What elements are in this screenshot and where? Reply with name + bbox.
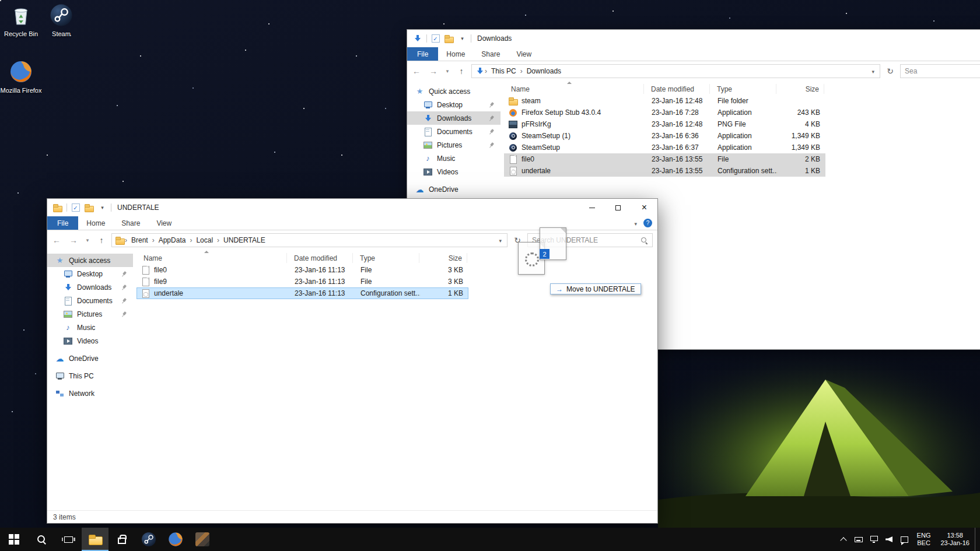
help-icon[interactable] bbox=[643, 219, 652, 227]
sidebar-item-videos[interactable]: Videos bbox=[407, 165, 501, 178]
view-tab[interactable]: View bbox=[148, 216, 180, 230]
desktop-icon-firefox[interactable]: Mozilla Firefox bbox=[0, 60, 43, 94]
home-tab[interactable]: Home bbox=[438, 47, 473, 61]
file-tab[interactable]: File bbox=[407, 47, 438, 61]
sidebar-item-pictures[interactable]: Pictures bbox=[407, 138, 501, 152]
search-input[interactable]: Search UNDERTALE bbox=[527, 233, 653, 247]
sidebar-item-quick-access[interactable]: Quick access bbox=[47, 254, 133, 267]
forward-button[interactable] bbox=[66, 233, 80, 247]
music-note-icon bbox=[423, 154, 433, 163]
sidebar-item-onedrive[interactable]: OneDrive bbox=[407, 183, 501, 196]
sidebar-item-downloads[interactable]: Downloads bbox=[407, 111, 501, 125]
column-header-type[interactable]: Type bbox=[710, 84, 776, 94]
file-row[interactable]: SteamSetup 23-Jan-16 6:37 Application 1,… bbox=[504, 142, 825, 153]
desktop-icon-recycle-bin[interactable]: Recycle Bin bbox=[0, 3, 43, 38]
file-row[interactable]: steam 23-Jan-16 12:48 File folder bbox=[504, 95, 825, 107]
address-box[interactable]: This PC Downloads bbox=[471, 64, 880, 78]
sidebar-item-music[interactable]: Music bbox=[407, 152, 501, 165]
share-tab[interactable]: Share bbox=[473, 47, 508, 61]
tray-action-center-button[interactable] bbox=[897, 528, 912, 551]
column-header-date-modified[interactable]: Date modified bbox=[644, 84, 710, 94]
sidebar-item-network[interactable]: Network bbox=[47, 387, 133, 400]
new-folder-qat-icon[interactable] bbox=[444, 34, 454, 43]
file-row[interactable]: file9 23-Jan-16 11:13 File 3 KB bbox=[136, 276, 468, 287]
column-header-size[interactable]: Size bbox=[419, 253, 467, 263]
desktop-icon-steam[interactable]: Steam bbox=[39, 3, 83, 38]
firefox-taskbar-button[interactable] bbox=[162, 528, 189, 551]
file-modified: 23-Jan-16 11:13 bbox=[288, 265, 354, 275]
sidebar-item-this-pc[interactable]: This PC bbox=[47, 369, 133, 382]
back-button[interactable] bbox=[410, 64, 424, 78]
store-button[interactable] bbox=[108, 528, 135, 551]
file-row[interactable]: file0 23-Jan-16 11:13 File 3 KB bbox=[136, 264, 468, 276]
breadcrumb-item[interactable]: Local bbox=[192, 236, 217, 244]
sidebar-item-documents[interactable]: Documents bbox=[47, 294, 133, 307]
properties-qat-icon[interactable] bbox=[431, 34, 440, 43]
view-tab[interactable]: View bbox=[508, 47, 540, 61]
customize-qat-chevron-down-icon[interactable] bbox=[458, 34, 467, 43]
close-button[interactable] bbox=[631, 199, 657, 216]
breadcrumb-item[interactable]: This PC bbox=[487, 67, 520, 75]
tray-expand-button[interactable] bbox=[836, 528, 851, 551]
refresh-icon[interactable] bbox=[883, 64, 897, 78]
column-header-size[interactable]: Size bbox=[776, 84, 824, 94]
title-bar[interactable]: Downloads bbox=[407, 30, 980, 47]
new-folder-qat-icon[interactable] bbox=[84, 203, 94, 212]
column-header-date-modified[interactable]: Date modified bbox=[287, 253, 353, 263]
home-tab[interactable]: Home bbox=[78, 216, 113, 230]
start-button[interactable] bbox=[0, 528, 28, 551]
minimize-button[interactable] bbox=[579, 199, 605, 216]
sidebar-item-pictures[interactable]: Pictures bbox=[47, 307, 133, 321]
sidebar-item-quick-access[interactable]: Quick access bbox=[407, 85, 501, 98]
breadcrumb-item[interactable]: Brent bbox=[127, 236, 152, 244]
back-button[interactable] bbox=[50, 233, 64, 247]
breadcrumb-item[interactable]: Downloads bbox=[523, 67, 565, 75]
up-button[interactable] bbox=[454, 64, 468, 78]
breadcrumb-item[interactable]: UNDERTALE bbox=[219, 236, 270, 244]
file-tab[interactable]: File bbox=[47, 216, 78, 230]
file-row-selected[interactable]: file0 23-Jan-16 13:55 File 2 KB bbox=[504, 153, 825, 165]
sidebar-item-documents[interactable]: Documents bbox=[407, 125, 501, 138]
language-indicator[interactable]: ENG BEC bbox=[912, 532, 936, 547]
share-tab[interactable]: Share bbox=[113, 216, 148, 230]
tray-keyboard-button[interactable] bbox=[852, 528, 866, 551]
customize-qat-chevron-down-icon[interactable] bbox=[98, 203, 107, 212]
sidebar-item-downloads[interactable]: Downloads bbox=[47, 280, 133, 294]
address-dropdown-chevron-icon[interactable] bbox=[868, 67, 878, 75]
file-row[interactable]: Firefox Setup Stub 43.0.4 23-Jan-16 7:28… bbox=[504, 107, 825, 118]
ribbon-collapse-icon[interactable] bbox=[634, 219, 637, 227]
forward-button[interactable] bbox=[426, 64, 440, 78]
taskbar-search-button[interactable] bbox=[28, 528, 55, 551]
tray-network-button[interactable] bbox=[867, 528, 881, 551]
file-row[interactable]: SteamSetup (1) 23-Jan-16 6:36 Applicatio… bbox=[504, 130, 825, 142]
recent-locations-chevron-icon[interactable] bbox=[443, 64, 452, 78]
pinned-app-button[interactable] bbox=[189, 528, 216, 551]
properties-qat-icon[interactable] bbox=[71, 203, 80, 212]
column-header-name[interactable]: Name bbox=[504, 84, 644, 94]
file-row[interactable]: pFRsIrKg 23-Jan-16 12:48 PNG File 4 KB bbox=[504, 118, 825, 130]
column-header-type[interactable]: Type bbox=[353, 253, 419, 263]
show-desktop-button[interactable] bbox=[975, 528, 978, 551]
maximize-button[interactable] bbox=[605, 199, 631, 216]
sidebar-item-desktop[interactable]: Desktop bbox=[47, 267, 133, 280]
breadcrumb-item[interactable]: AppData bbox=[155, 236, 190, 244]
sidebar-item-videos[interactable]: Videos bbox=[47, 334, 133, 348]
address-box[interactable]: Brent AppData Local UNDERTALE bbox=[111, 233, 508, 247]
file-row-selected[interactable]: undertale 23-Jan-16 13:55 Configuration … bbox=[504, 165, 825, 177]
file-explorer-button[interactable] bbox=[82, 528, 108, 551]
steam-taskbar-button[interactable] bbox=[135, 528, 162, 551]
title-bar[interactable]: UNDERTALE bbox=[47, 199, 657, 216]
recent-locations-chevron-icon[interactable] bbox=[83, 233, 92, 247]
tray-volume-button[interactable] bbox=[882, 528, 897, 551]
column-header-name[interactable]: Name bbox=[136, 253, 287, 263]
clock[interactable]: 13:58 23-Jan-16 bbox=[936, 532, 974, 547]
search-input[interactable]: Sea bbox=[900, 64, 980, 78]
address-dropdown-chevron-icon[interactable] bbox=[495, 236, 505, 244]
sidebar-item-desktop[interactable]: Desktop bbox=[407, 98, 501, 111]
sidebar-item-onedrive[interactable]: OneDrive bbox=[47, 352, 133, 365]
sidebar-item-music[interactable]: Music bbox=[47, 321, 133, 334]
file-row-selected[interactable]: undertale 23-Jan-16 11:13 Configuration … bbox=[136, 287, 468, 299]
up-button[interactable] bbox=[94, 233, 108, 247]
refresh-icon[interactable] bbox=[510, 233, 524, 247]
task-view-button[interactable] bbox=[55, 528, 82, 551]
